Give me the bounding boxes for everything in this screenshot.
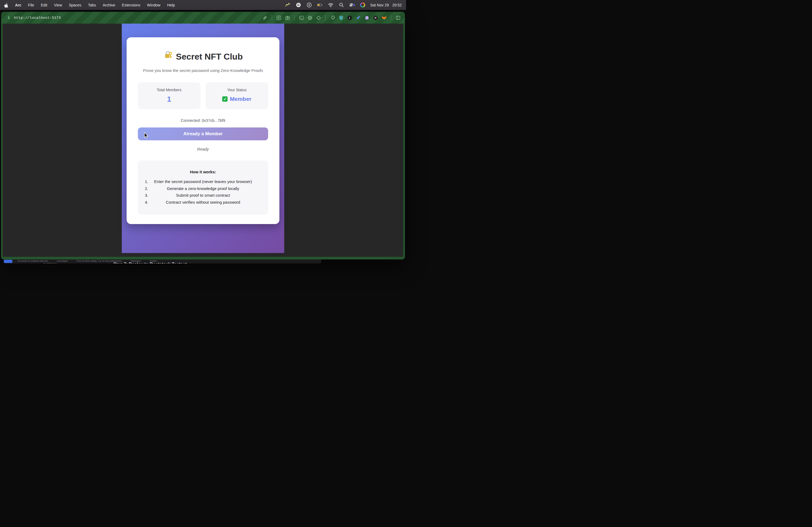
clock-time: 20:52 xyxy=(392,3,402,7)
how-step-1: Enter the secret password (never leaves … xyxy=(138,178,268,185)
svg-text:G: G xyxy=(297,3,300,6)
menu-extensions[interactable]: Extensions xyxy=(122,3,140,7)
x-circle-icon[interactable] xyxy=(373,15,378,20)
stocks-icon[interactable] xyxy=(285,2,291,8)
apple-menu-icon[interactable] xyxy=(4,3,8,7)
your-status-box: Your Status ✓ Member xyxy=(206,82,268,109)
status-text: Ready xyxy=(138,146,268,152)
background-app-badge xyxy=(4,260,12,263)
toolbar-divider xyxy=(325,15,326,20)
terminal-icon[interactable] xyxy=(299,15,304,20)
how-step-2: Generate a zero-knowledge proof locally xyxy=(138,185,268,192)
page-subtitle: Prove you know the secret password using… xyxy=(138,67,268,74)
shield-globe-icon[interactable] xyxy=(338,15,344,20)
svg-text:L: L xyxy=(349,16,350,19)
url-bar[interactable]: http://localhost:5173 xyxy=(14,16,61,20)
your-status-value: ✓ Member xyxy=(206,96,268,102)
total-members-value: 1 xyxy=(138,95,201,104)
locked-with-key-emoji xyxy=(163,50,173,63)
how-it-works-box: How it works: Enter the secret password … xyxy=(138,161,268,215)
background-sidebar-item[interactable]: Symbiosis xyxy=(44,262,57,264)
menu-spaces[interactable]: Spaces xyxy=(69,3,81,7)
arc-browser-window: i http://localhost:5173 xyxy=(1,12,405,259)
page-title-text: Secret NFT Club xyxy=(176,50,243,63)
background-tab-launchpad[interactable]: Launchpad xyxy=(57,260,68,262)
menu-window[interactable]: Window xyxy=(147,3,161,7)
menu-tabs[interactable]: Tabs xyxy=(88,3,96,7)
mouse-cursor xyxy=(144,132,149,139)
status-member-text: Member xyxy=(230,96,251,102)
background-app-strip: ZK proofs on rootstock with holi Launchp… xyxy=(4,259,321,264)
already-member-button[interactable]: Already a Member xyxy=(138,127,268,140)
menubar-app-name[interactable]: Arc xyxy=(15,3,21,7)
how-it-works-heading: How it works: xyxy=(138,169,268,175)
how-it-works-list: Enter the secret password (never leaves … xyxy=(138,178,268,206)
connected-address: Connected: 0x37cb...7bf9 xyxy=(138,118,268,123)
menu-edit[interactable]: Edit xyxy=(41,3,47,7)
menu-archive[interactable]: Archive xyxy=(103,3,115,7)
menu-file[interactable]: File xyxy=(28,3,34,7)
page-info-icon[interactable]: i xyxy=(8,16,10,20)
menubar-clock[interactable]: Sat Nov 29 20:52 xyxy=(370,3,402,7)
stats-row: Total Members 1 Your Status ✓ Member xyxy=(138,82,268,109)
image-icon[interactable] xyxy=(276,15,281,20)
menu-view[interactable]: View xyxy=(54,3,62,7)
bird-icon[interactable] xyxy=(356,15,361,20)
nft-club-card: Secret NFT Club Prove you know the secre… xyxy=(127,37,279,224)
toolbar-divider xyxy=(391,15,391,20)
total-members-label: Total Members xyxy=(138,88,201,92)
loom-icon[interactable]: L xyxy=(347,15,352,20)
background-tab-title[interactable]: ZK proofs on rootstock with holi xyxy=(18,260,48,262)
link-icon[interactable] xyxy=(262,15,267,20)
puzzle-icon[interactable] xyxy=(330,15,335,20)
page-title: Secret NFT Club xyxy=(138,50,268,63)
how-step-3: Submit proof to smart contract xyxy=(138,192,268,199)
control-center-icon[interactable] xyxy=(349,2,355,8)
toolbar-divider xyxy=(272,15,272,20)
battery-icon[interactable] xyxy=(317,2,323,8)
pane-divider xyxy=(109,262,110,264)
pane-divider xyxy=(31,262,32,264)
menu-help[interactable]: Help xyxy=(167,3,175,7)
grammarly-icon[interactable]: G xyxy=(296,2,301,8)
browser-viewport: Secret NFT Club Prove you know the secre… xyxy=(3,24,403,257)
your-status-label: Your Status xyxy=(206,88,268,92)
browser-titlebar: i http://localhost:5173 xyxy=(1,12,405,24)
macos-menubar: Arc File Edit View Spaces Tabs Archive E… xyxy=(0,0,406,10)
background-doc-title: Step 7: Deploy to Rootstock Testnet xyxy=(113,262,187,264)
globe-icon[interactable] xyxy=(307,15,313,20)
crosshair-icon[interactable] xyxy=(316,15,321,20)
rainbow-ring-icon[interactable] xyxy=(360,2,365,7)
total-members-box: Total Members 1 xyxy=(138,82,201,109)
sidebar-toggle-icon[interactable] xyxy=(395,15,401,20)
play-circle-icon[interactable] xyxy=(306,2,312,8)
camera-icon[interactable] xyxy=(285,15,290,20)
clock-date: Sat Nov 29 xyxy=(370,3,389,7)
search-icon[interactable] xyxy=(338,2,344,8)
how-step-4: Contract verifies without seeing passwor… xyxy=(138,199,268,206)
wifi-icon[interactable] xyxy=(328,2,334,8)
check-mark-emoji: ✓ xyxy=(222,96,228,102)
metamask-icon[interactable] xyxy=(381,15,387,20)
ghost-icon[interactable] xyxy=(364,15,369,20)
